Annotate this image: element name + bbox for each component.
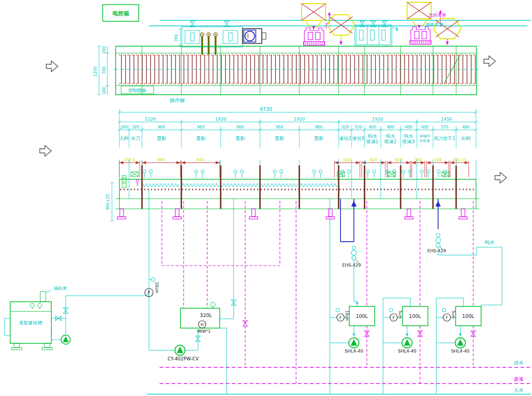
ehs-pump-label: EHS-429: [427, 248, 446, 253]
red-dim: 940: [197, 158, 204, 162]
station-label: 风刀吹干1: [434, 136, 455, 141]
chemical-tank-pair: [182, 20, 243, 47]
dim-200: 200: [102, 46, 106, 54]
cad-drawing-canvas: 电控箱: [0, 0, 532, 396]
machine-body-plan: [114, 46, 478, 95]
filter-rating: 10um: [155, 282, 159, 293]
tank-volume-label: 100L: [356, 313, 368, 319]
red-dimensions: 502.5 940 940 620 620 620 300 558 450.33: [119, 158, 469, 177]
ehs-pump-label: EHS-429: [342, 262, 361, 268]
red-dim: 620: [343, 158, 351, 162]
dim-group: 1520: [145, 116, 156, 122]
exhaust-pipe-label: 抽风水管: [426, 22, 444, 27]
gearbox-icon: [442, 172, 449, 177]
rinse-pump-icon: [349, 338, 359, 348]
station-label: 纯水: [368, 134, 377, 139]
dim-760: 760: [174, 34, 179, 42]
rinse-pump-label: SHL4-40: [345, 348, 363, 353]
dim-seg: 320: [354, 125, 362, 129]
station-label: 显影: [157, 135, 167, 141]
prep-pump-icon: [61, 335, 70, 344]
filter-symbol: F: [445, 316, 448, 320]
filter-symbol: F: [392, 316, 395, 320]
station-label: 液切3: [352, 136, 364, 141]
developer-tank-unit: F 10um CY-402PW-CV 320L H 4KW*3: [145, 189, 236, 394]
dim-group: 1920: [294, 116, 305, 122]
process-line-diagram: 电控箱: [0, 0, 532, 396]
dim-300: 300: [102, 87, 106, 94]
machine-foot: [118, 209, 126, 219]
blower-motor-icon: [242, 29, 266, 43]
station-label: 出料: [461, 135, 471, 141]
tank-volume-label: 100L: [409, 313, 421, 319]
gearbox-icon: [388, 172, 396, 177]
ehs-pump-icon: [352, 246, 357, 260]
dim-seg: 320: [132, 125, 139, 129]
magenta-nozzle: [136, 180, 139, 186]
dip-pipes: [200, 33, 217, 55]
station-label: 水喷淋: [419, 139, 430, 143]
drain-piping: [162, 201, 473, 384]
height-dimension: 900±25: [105, 183, 114, 221]
pure-water-label: 纯水: [484, 239, 495, 245]
dim-total: 8730: [260, 106, 272, 112]
station-label: 末端DI: [420, 134, 430, 138]
station-label: 喷淋1: [366, 139, 378, 144]
flow-arrow-in-plan: [46, 61, 58, 72]
spray-header: [182, 183, 219, 187]
drain-line-label: 排水: [514, 360, 524, 366]
developer-pump-label: CY-402PW-CV: [167, 356, 199, 361]
spray-header: [143, 183, 179, 187]
machine-foot: [249, 209, 258, 219]
machine-foot: [326, 209, 334, 219]
inlet-line-label: 入水: [514, 387, 524, 393]
flow-arrow-in-elevation: [40, 146, 51, 156]
machine-foot: [173, 209, 181, 219]
red-dim: 620: [370, 158, 377, 162]
heater-power-label: 4KW*3: [198, 329, 210, 334]
filter-symbol: F: [339, 316, 341, 320]
station-label: 纯水: [386, 134, 395, 139]
station-label: 喷淋3: [402, 139, 414, 144]
red-dim: 502.5: [124, 158, 135, 162]
rinse-pump-label: SHL4-40: [398, 348, 416, 353]
station-label: 显影: [275, 135, 285, 141]
piping-network: EHS-429 EHS-429 纯水 抽风管 显影建浴槽: [5, 189, 531, 394]
flow-arrow-out-plan: [484, 56, 495, 67]
rinse-pump-label: SHL4-40: [451, 348, 470, 353]
exhaust-fan-group-1: [302, 4, 329, 45]
dim-seg: 570: [441, 125, 448, 129]
station-label: 喷淋2: [384, 139, 396, 144]
rinse-unit-3: F 5um 100L SHL4-40: [436, 298, 481, 394]
dimension-chain: 操作侧 8730 1520 1920 1920 1920 1450 240 32…: [40, 97, 477, 156]
filter-rating: 5um: [451, 311, 455, 319]
elevation-view: 502.5 940 940 620 620 620 300 558 450.33: [105, 158, 507, 221]
vent-pipe-label: 抽风管: [54, 286, 67, 291]
control-panel-label: 控制面板: [128, 88, 147, 93]
waste-line-label: 废液: [514, 376, 524, 382]
electrical-control-box: 电控箱: [103, 5, 139, 21]
dim-group: 1450: [441, 116, 452, 122]
red-dim: 940: [157, 158, 165, 162]
dim-seg: 400: [405, 125, 412, 129]
red-dim: 558: [434, 158, 441, 162]
station-label: 显影: [314, 135, 324, 141]
station-label: 显影: [235, 135, 246, 141]
prep-tank-label: 显影建浴槽: [19, 320, 42, 325]
drain-pump-icon: [303, 28, 325, 45]
station-labels: 入料 水刀 显影 显影 显影 显影 显影 液切2 液切3 纯水 喷淋1 纯水 喷…: [119, 134, 471, 144]
dim-seg: 960: [158, 125, 165, 129]
station-label: 水刀: [131, 135, 141, 141]
heater-symbol: H: [201, 323, 204, 327]
main-drain-pipe-label: 总排水管: [428, 12, 446, 18]
spray-header: [261, 183, 298, 187]
station-label: 液切2: [339, 136, 351, 141]
dim-seg: 960: [197, 125, 204, 129]
station-label: 入料: [119, 135, 130, 141]
gearbox-icon: [131, 172, 138, 177]
red-dim: 300: [414, 158, 422, 162]
machine-foot: [405, 209, 413, 219]
operator-side-label: 操作侧: [170, 97, 185, 104]
spray-header: [222, 183, 259, 187]
hex-fan-1: [327, 15, 355, 45]
